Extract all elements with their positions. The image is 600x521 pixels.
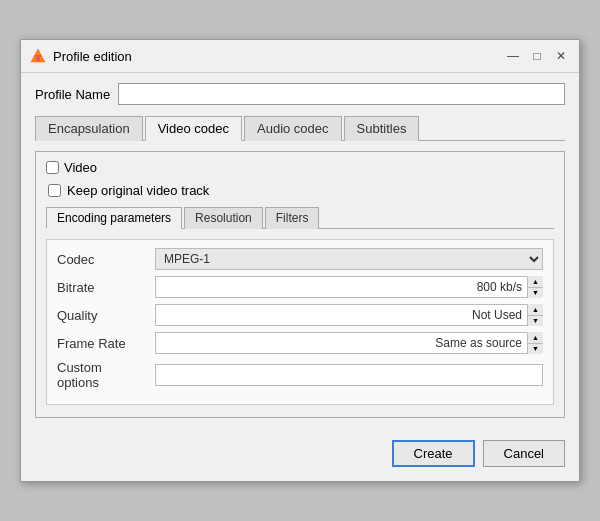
- video-legend: Video: [46, 160, 554, 175]
- title-bar: Profile edition — □ ✕: [21, 40, 579, 73]
- profile-name-label: Profile Name: [35, 87, 110, 102]
- inner-tab-resolution[interactable]: Resolution: [184, 207, 263, 229]
- frame-rate-input[interactable]: [155, 332, 543, 354]
- codec-row: Codec MPEG-1: [57, 248, 543, 270]
- svg-rect-1: [36, 57, 40, 61]
- video-group: Video Keep original video track Encoding…: [35, 151, 565, 418]
- tab-audio-codec[interactable]: Audio codec: [244, 116, 342, 141]
- profile-name-input[interactable]: [118, 83, 565, 105]
- maximize-button[interactable]: □: [527, 46, 547, 66]
- inner-tab-encoding[interactable]: Encoding parameters: [46, 207, 182, 229]
- quality-spinners: ▲ ▼: [527, 304, 543, 326]
- vlc-icon: [29, 47, 47, 65]
- main-tabs-row: Encapsulation Video codec Audio codec Su…: [35, 115, 565, 141]
- custom-options-row: Custom options: [57, 360, 543, 390]
- profile-edition-window: Profile edition — □ ✕ Profile Name Encap…: [20, 39, 580, 482]
- bitrate-row: Bitrate ▲ ▼: [57, 276, 543, 298]
- bitrate-spinners: ▲ ▼: [527, 276, 543, 298]
- minimize-button[interactable]: —: [503, 46, 523, 66]
- tab-encapsulation[interactable]: Encapsulation: [35, 116, 143, 141]
- quality-up-button[interactable]: ▲: [528, 304, 543, 316]
- codec-label: Codec: [57, 252, 147, 267]
- bitrate-input[interactable]: [155, 276, 543, 298]
- keep-original-label: Keep original video track: [67, 183, 209, 198]
- svg-rect-2: [35, 55, 41, 57]
- quality-down-button[interactable]: ▼: [528, 316, 543, 327]
- inner-tab-filters[interactable]: Filters: [265, 207, 320, 229]
- keep-original-row: Keep original video track: [46, 183, 554, 198]
- title-bar-controls: — □ ✕: [503, 46, 571, 66]
- frame-rate-label: Frame Rate: [57, 336, 147, 351]
- bitrate-down-button[interactable]: ▼: [528, 288, 543, 299]
- tab-video-codec[interactable]: Video codec: [145, 116, 242, 141]
- custom-options-input[interactable]: [155, 364, 543, 386]
- close-button[interactable]: ✕: [551, 46, 571, 66]
- frame-rate-row: Frame Rate ▲ ▼: [57, 332, 543, 354]
- codec-select[interactable]: MPEG-1: [155, 248, 543, 270]
- frame-rate-spinner-wrap: ▲ ▼: [155, 332, 543, 354]
- video-checkbox[interactable]: [46, 161, 59, 174]
- keep-original-checkbox[interactable]: [48, 184, 61, 197]
- video-checkbox-label[interactable]: Video: [46, 160, 97, 175]
- quality-row: Quality ▲ ▼: [57, 304, 543, 326]
- title-bar-left: Profile edition: [29, 47, 132, 65]
- video-label: Video: [64, 160, 97, 175]
- quality-input[interactable]: [155, 304, 543, 326]
- footer-row: Create Cancel: [35, 432, 565, 467]
- window-content: Profile Name Encapsulation Video codec A…: [21, 73, 579, 481]
- quality-spinner-wrap: ▲ ▼: [155, 304, 543, 326]
- tab-subtitles[interactable]: Subtitles: [344, 116, 420, 141]
- frame-rate-down-button[interactable]: ▼: [528, 344, 543, 355]
- custom-options-label: Custom options: [57, 360, 147, 390]
- create-button[interactable]: Create: [392, 440, 475, 467]
- bitrate-label: Bitrate: [57, 280, 147, 295]
- inner-tabs-row: Encoding parameters Resolution Filters: [46, 206, 554, 229]
- bitrate-up-button[interactable]: ▲: [528, 276, 543, 288]
- quality-label: Quality: [57, 308, 147, 323]
- window-title: Profile edition: [53, 49, 132, 64]
- frame-rate-up-button[interactable]: ▲: [528, 332, 543, 344]
- bitrate-spinner-wrap: ▲ ▼: [155, 276, 543, 298]
- params-area: Codec MPEG-1 Bitrate ▲ ▼: [46, 239, 554, 405]
- profile-name-row: Profile Name: [35, 83, 565, 105]
- frame-rate-spinners: ▲ ▼: [527, 332, 543, 354]
- cancel-button[interactable]: Cancel: [483, 440, 565, 467]
